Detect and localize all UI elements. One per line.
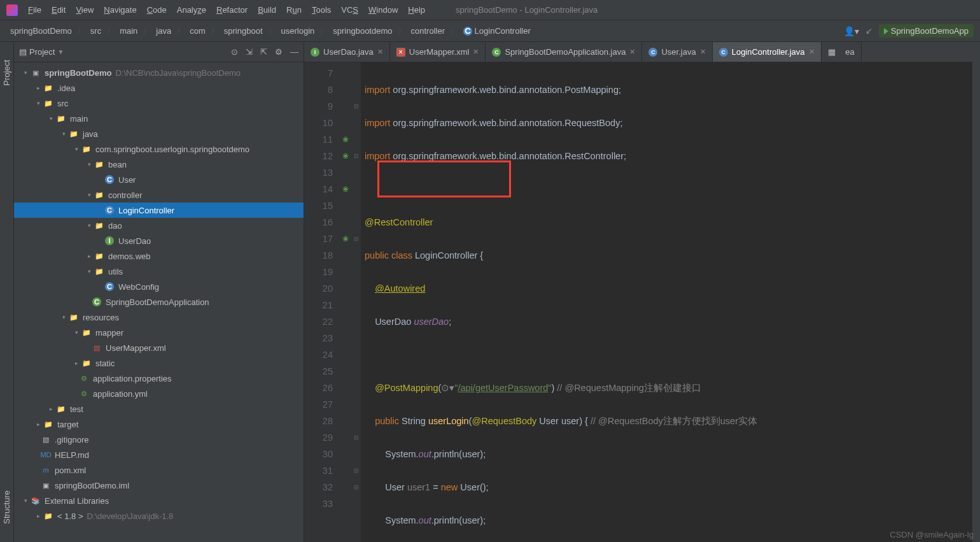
settings-icon[interactable]: ⚙ [275,47,283,57]
close-icon[interactable]: ✕ [377,48,383,56]
tree-main[interactable]: ▾📁main [14,111,304,126]
scrollbar-markers[interactable] [972,62,980,542]
project-view-selector[interactable]: ▤ Project ▼ [19,47,64,57]
side-tab-structure[interactable]: Structure [2,485,11,529]
menu-analyze[interactable]: Analyze [172,3,211,17]
tree-userdao[interactable]: IUserDao [14,233,304,248]
tree-utils[interactable]: ▾📁utils [14,264,304,279]
tree-static[interactable]: ▸📁static [14,355,304,371]
tree-root[interactable]: ▾▣springBootDemoD:\NCB\ncbJava\springBoo… [14,65,304,80]
menu-build[interactable]: Build [253,3,281,17]
code-editor[interactable]: 7891011121314151617181920212223242526272… [304,62,980,542]
menu-code[interactable]: Code [142,3,172,17]
package-icon: 📁 [81,144,92,154]
project-tree[interactable]: ▾▣springBootDemoD:\NCB\ncbJava\springBoo… [14,62,304,542]
spring-bean-icon[interactable]: ❀ [342,131,349,148]
tree-bean[interactable]: ▾📁bean [14,157,304,172]
tree-appyml[interactable]: ⚙application.yml [14,386,304,401]
spring-bean-icon[interactable]: ❀ [342,148,349,164]
collapse-icon[interactable]: ⇱ [260,47,267,57]
tree-help[interactable]: MDHELP.md [14,447,304,462]
user-icon[interactable]: 👤▾ [844,26,859,36]
tree-target[interactable]: ▸📁target [14,417,304,432]
menu-navigate[interactable]: Navigate [99,3,141,17]
spring-bean-icon[interactable]: ❀ [342,231,349,247]
folder-icon: 📁 [56,404,66,414]
menu-vcs[interactable]: VCS [336,3,363,17]
hide-icon[interactable]: — [290,47,298,57]
menu-refactor[interactable]: Refactor [211,3,253,17]
menu-window[interactable]: Window [363,3,403,17]
xml-file-icon: ▧ [92,343,102,353]
xml-icon: X [396,48,405,57]
tree-resources[interactable]: ▾📁resources [14,310,304,325]
tree-sbapp[interactable]: CSpringBootDemoApplication [14,294,304,310]
menu-tools[interactable]: Tools [307,3,336,17]
md-file-icon: MD [41,450,51,460]
crumb-0[interactable]: springBootDemo [6,26,76,36]
side-tab-project[interactable]: Project [2,55,11,90]
folder-icon: 📁 [43,98,53,108]
close-icon[interactable]: ✕ [700,48,706,56]
run-configuration[interactable]: SpringBootDemoApp [879,24,974,38]
menu-edit[interactable]: Edit [46,3,71,17]
expand-icon[interactable]: ⇲ [246,47,253,57]
tree-dao[interactable]: ▾📁dao [14,218,304,233]
crumb-8[interactable]: controller [407,26,449,36]
tab-userdao[interactable]: IUserDao.java✕ [304,42,390,62]
tree-demos[interactable]: ▸📁demos.web [14,248,304,264]
locate-icon[interactable]: ⊙ [231,47,238,57]
folder-icon: 📁 [56,113,66,124]
tree-controller[interactable]: ▾📁controller [14,187,304,203]
spring-bean-icon[interactable]: ❀ [342,181,349,197]
menu-help[interactable]: Help [403,3,430,17]
tree-src[interactable]: ▾📁src [14,96,304,111]
project-panel: ▤ Project ▼ ⊙ ⇲ ⇱ ⚙ — ▾▣springBootDemoD:… [14,42,304,542]
tree-usermapper[interactable]: ▧UserMapper.xml [14,340,304,355]
crumb-7[interactable]: springbootdemo [329,26,396,36]
crumb-3[interactable]: java [152,26,175,36]
crumb-9[interactable]: C LoginController [459,26,535,36]
tab-usermapper[interactable]: XUserMapper.xml✕ [390,42,486,62]
tree-logincontroller[interactable]: CLoginController [14,203,304,218]
iml-file-icon: ▣ [41,480,51,490]
menu-file[interactable]: File [23,3,46,17]
navbar: springBootDemo〉 src〉 main〉 java〉 com〉 sp… [0,20,980,42]
tab-extra[interactable]: ▦ ea [822,42,862,62]
menubar: File Edit View Navigate Code Analyze Ref… [0,0,980,20]
menu-view[interactable]: View [71,3,99,17]
tree-appprop[interactable]: ⚙application.properties [14,371,304,386]
crumb-1[interactable]: src [87,26,105,36]
tree-user[interactable]: CUser [14,172,304,187]
menu-run[interactable]: Run [281,3,307,17]
tree-mapper[interactable]: ▾📁mapper [14,325,304,340]
tree-java[interactable]: ▾📁java [14,126,304,141]
close-icon[interactable]: ✕ [809,48,815,56]
folder-icon: 📁 [81,358,92,368]
close-icon[interactable]: ✕ [473,48,479,56]
tree-webconfig[interactable]: CWebConfig [14,279,304,294]
close-icon[interactable]: ✕ [629,48,635,56]
spring-class-icon: C [92,297,101,306]
folder-icon: 📁 [43,83,53,93]
crumb-6[interactable]: userlogin [277,26,319,36]
tab-sbapp[interactable]: CSpringBootDemoApplication.java✕ [486,42,642,62]
tree-pom[interactable]: mpom.xml [14,462,304,478]
tree-idea[interactable]: ▸📁.idea [14,80,304,96]
crumb-4[interactable]: com [186,26,209,36]
tree-extlib[interactable]: ▾📚External Libraries [14,493,304,508]
tab-user[interactable]: CUser.java✕ [642,42,712,62]
tree-gitignore[interactable]: ▧.gitignore [14,432,304,447]
package-icon: 📁 [94,220,104,231]
back-icon[interactable]: ↙ [865,26,872,36]
crumb-5[interactable]: springboot [220,26,267,36]
project-icon: ▤ [19,47,27,57]
code-content[interactable]: import org.springframework.web.bind.anno… [361,62,980,542]
tree-jdk[interactable]: ▸📁< 1.8 >D:\develop\Java\jdk-1.8 [14,508,304,524]
ide-logo-icon [6,4,18,16]
tree-test[interactable]: ▸📁test [14,401,304,417]
crumb-2[interactable]: main [116,26,141,36]
tree-pkg[interactable]: ▾📁com.springboot.userlogin.springbootdem… [14,141,304,157]
tree-iml[interactable]: ▣springBootDemo.iml [14,478,304,493]
tab-logincontroller[interactable]: CLoginController.java✕ [713,42,822,62]
